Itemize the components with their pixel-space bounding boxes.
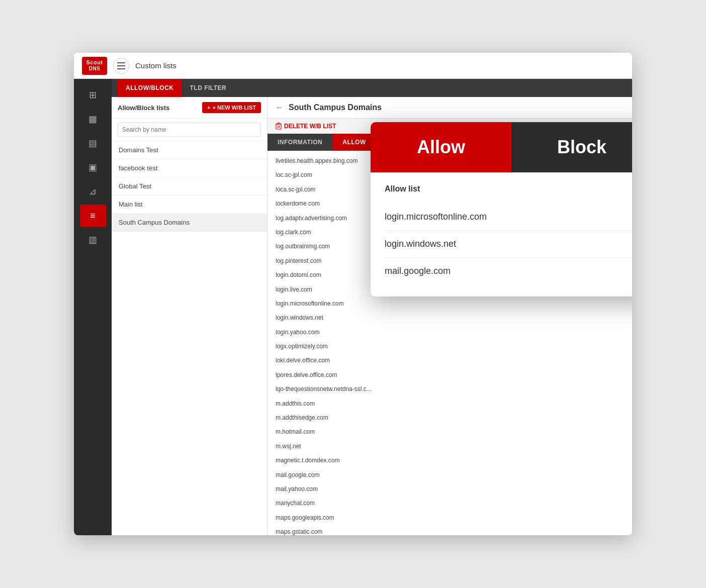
lists-icon: ≡ xyxy=(90,211,96,221)
popup-domain-item: login.windows.net xyxy=(385,231,632,258)
domain-item: login.yahoo.com xyxy=(268,325,632,339)
back-arrow[interactable]: ← xyxy=(276,103,284,112)
tab-information[interactable]: INFORMATION xyxy=(268,134,332,151)
domain-item: mail.yahoo.com xyxy=(268,482,632,496)
sidebar-item-filter[interactable]: ⊿ xyxy=(80,180,106,203)
svg-rect-6 xyxy=(276,124,282,124)
sidebar-item-reports[interactable]: ▥ xyxy=(80,229,106,251)
dashboard-icon: ⊞ xyxy=(89,89,97,101)
list-item-global-test[interactable]: Global Test xyxy=(112,177,267,195)
app-logo: Scout DNS xyxy=(82,57,107,75)
popup-list-title: Allow list xyxy=(385,184,632,193)
domain-item: m.addthis.com xyxy=(268,397,632,411)
svg-rect-4 xyxy=(278,126,278,128)
domain-item: login.windows.net xyxy=(268,311,632,325)
servers-icon: ▤ xyxy=(89,138,97,149)
domain-item: m.wsj.net xyxy=(268,439,632,453)
top-bar-title: Custom lists xyxy=(135,61,176,70)
list-item-south-campus[interactable]: South Campus Domains xyxy=(112,214,267,232)
domain-item: maps.gstatic.com xyxy=(268,525,632,535)
list-item-facebook-test[interactable]: facebook test xyxy=(112,159,267,177)
logo-bottom: DNS xyxy=(89,66,101,72)
svg-rect-2 xyxy=(117,68,125,69)
svg-rect-1 xyxy=(117,65,125,66)
svg-rect-3 xyxy=(276,124,281,129)
two-panel: Allow/Block lists + + NEW W/B LIST Domai… xyxy=(112,97,632,535)
list-items: Domains Test facebook test Global Test M… xyxy=(112,141,267,535)
list-item-main-list[interactable]: Main list xyxy=(112,195,267,214)
right-panel-title: South Campus Domains xyxy=(289,103,382,112)
domain-item: lpores.delve.office.com xyxy=(268,368,632,382)
list-item-domains-test[interactable]: Domains Test xyxy=(112,141,267,159)
top-bar: Scout DNS Custom lists xyxy=(74,53,632,79)
right-panel-header: ← South Campus Domains xyxy=(268,97,632,119)
main-layout: ⊞ ▦ ▤ ▣ ⊿ ≡ ▥ xyxy=(74,79,632,535)
plus-icon: + xyxy=(207,105,210,111)
sidebar-item-devices[interactable]: ▣ xyxy=(80,156,106,178)
right-panel: ← South Campus Domains DELETE W/B LIST xyxy=(268,97,632,535)
devices-icon: ▣ xyxy=(89,162,97,173)
tab-allow[interactable]: ALLOW xyxy=(332,134,376,151)
popup-content: Allow list login.microsoftonline.comlogi… xyxy=(371,172,632,297)
subnav-tld-filter[interactable]: TLD FILTER xyxy=(182,79,234,97)
popup-domain-item: login.microsoftonline.com xyxy=(385,204,632,231)
left-panel: Allow/Block lists + + NEW W/B LIST Domai… xyxy=(112,97,268,535)
sidebar-item-lists[interactable]: ≡ xyxy=(80,205,106,227)
menu-icon[interactable] xyxy=(113,58,129,74)
left-panel-title: Allow/Block lists xyxy=(118,104,169,112)
domain-item: maps.googleapis.com xyxy=(268,511,632,525)
popup-domain-item: mail.google.com xyxy=(385,258,632,284)
domain-item: login.microsoftonline.com xyxy=(268,297,632,311)
content-area: ALLOW/BLOCK TLD FILTER Allow/Block lists… xyxy=(112,79,632,535)
delete-btn-label: DELETE W/B LIST xyxy=(284,123,336,130)
domain-item: m.hotmail.com xyxy=(268,425,632,439)
search-box xyxy=(112,119,267,141)
domain-item: lqo-thequestionsnetw.netdna-ssl.c... xyxy=(268,382,632,396)
domain-item: magnetic.t.domdex.com xyxy=(268,453,632,467)
popup-block-label: Block xyxy=(557,137,606,158)
sidebar-item-servers[interactable]: ▤ xyxy=(80,132,106,154)
domain-item: mail.google.com xyxy=(268,468,632,482)
new-list-btn-label: + NEW W/B LIST xyxy=(213,105,256,111)
left-panel-header: Allow/Block lists + + NEW W/B LIST xyxy=(112,97,267,119)
popup-tabs: Allow Block xyxy=(371,122,632,172)
sidebar-item-analytics[interactable]: ▦ xyxy=(80,108,106,130)
subnav-allow-block[interactable]: ALLOW/BLOCK xyxy=(118,79,182,97)
sidebar: ⊞ ▦ ▤ ▣ ⊿ ≡ ▥ xyxy=(74,79,112,535)
popup-tab-block[interactable]: Block xyxy=(511,122,632,172)
svg-rect-7 xyxy=(278,123,280,123)
reports-icon: ▥ xyxy=(89,234,97,245)
analytics-icon: ▦ xyxy=(89,114,97,125)
sidebar-item-dashboard[interactable]: ⊞ xyxy=(80,84,106,106)
domain-item: loki.delve.office.com xyxy=(268,353,632,367)
popup-allow-label: Allow xyxy=(417,137,465,158)
domain-item: manychat.com xyxy=(268,496,632,510)
search-input[interactable] xyxy=(118,123,261,137)
domain-item: logx.optimizely.com xyxy=(268,339,632,353)
app-window: Scout DNS Custom lists ⊞ ▦ ▤ ▣ xyxy=(74,53,632,535)
popup-overlay: Allow Block Allow list login.microsofton… xyxy=(371,122,632,297)
svg-rect-5 xyxy=(279,126,280,128)
logo-top: Scout xyxy=(86,59,103,66)
filter-icon: ⊿ xyxy=(89,186,97,197)
popup-tab-allow[interactable]: Allow xyxy=(371,122,511,172)
new-list-button[interactable]: + + NEW W/B LIST xyxy=(202,102,261,113)
domain-item: m.addthisedge.com xyxy=(268,411,632,425)
svg-rect-0 xyxy=(117,62,125,63)
sub-nav: ALLOW/BLOCK TLD FILTER xyxy=(112,79,632,97)
